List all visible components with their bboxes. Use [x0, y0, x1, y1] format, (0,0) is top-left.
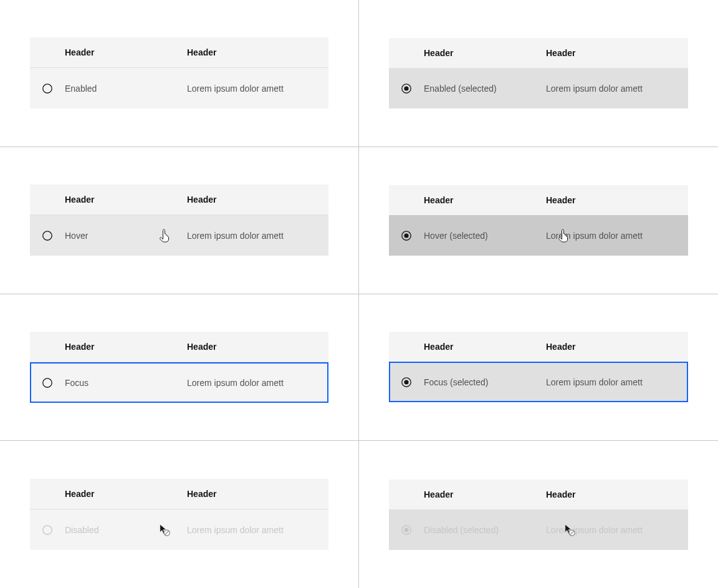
data-table: Header Header Hover Lorem ipsum dolor am… [30, 185, 328, 256]
table-row[interactable]: Enabled Lorem ipsum dolor amett [30, 68, 328, 108]
cell-hover-selected: Header Header Hover (selected) Lorem ips… [359, 147, 718, 294]
table-header: Header Header [30, 185, 328, 215]
table-header: Header Header [30, 332, 328, 362]
radio-icon[interactable] [42, 230, 53, 241]
svg-point-3 [43, 231, 52, 240]
header-col-1: Header [65, 195, 187, 205]
header-col-2: Header [187, 342, 328, 352]
cell-enabled: Header Header Enabled Lorem ipsum dolor … [0, 0, 359, 147]
header-col-2: Header [187, 195, 328, 205]
table-row[interactable]: Focus (selected) Lorem ipsum dolor amett [389, 362, 688, 402]
data-table: Header Header Hover (selected) Lorem ips… [389, 185, 688, 256]
table-row: Disabled (selected) Lorem ipsum dolor am… [389, 509, 688, 550]
data-table: Header Header Enabled Lorem ipsum dolor … [30, 37, 328, 108]
row-state: Disabled [65, 525, 187, 535]
header-col-2: Header [187, 47, 328, 57]
table-row[interactable]: Focus Lorem ipsum dolor amett [30, 362, 328, 403]
row-state: Hover (selected) [424, 231, 546, 241]
header-col-2: Header [546, 48, 688, 58]
data-table: Header Header Focus (selected) Lorem ips… [389, 332, 688, 402]
svg-point-5 [404, 233, 408, 238]
table-header: Header Header [389, 38, 688, 68]
radio-selected-icon[interactable] [401, 377, 412, 388]
data-table: Header Header Focus Lorem ipsum dolor am… [30, 332, 328, 403]
radio-selected-icon[interactable] [401, 230, 412, 241]
header-col-2: Header [546, 342, 688, 352]
header-col-1: Header [65, 489, 187, 499]
cell-focus-selected: Header Header Focus (selected) Lorem ips… [359, 294, 718, 441]
header-col-1: Header [65, 342, 187, 352]
row-state: Enabled (selected) [424, 84, 546, 94]
svg-point-0 [43, 84, 52, 93]
header-col-2: Header [187, 489, 328, 499]
table-row[interactable]: Enabled (selected) Lorem ipsum dolor ame… [389, 68, 688, 108]
radio-disabled-selected-icon [401, 524, 412, 536]
row-state: Hover [65, 231, 187, 241]
radio-selected-icon[interactable] [401, 83, 412, 94]
row-content: Lorem ipsum dolor amett [187, 525, 328, 535]
radio-disabled-icon [42, 524, 53, 536]
svg-point-13 [404, 528, 408, 532]
row-content: Lorem ipsum dolor amett [187, 84, 328, 94]
data-table: Header Header Disabled Lorem ipsum dolor… [30, 479, 328, 550]
cell-disabled-selected: Header Header Disabled (selected) Lorem … [359, 441, 718, 588]
table-row: Disabled Lorem ipsum dolor amett [30, 509, 328, 550]
cell-hover: Header Header Hover Lorem ipsum dolor am… [0, 147, 359, 294]
svg-point-9 [43, 526, 52, 534]
cell-disabled: Header Header Disabled Lorem ipsum dolor… [0, 441, 359, 588]
row-content: Lorem ipsum dolor amett [187, 231, 328, 241]
row-content: Lorem ipsum dolor amett [546, 377, 688, 387]
table-header: Header Header [389, 332, 688, 362]
table-header: Header Header [30, 37, 328, 68]
radio-icon[interactable] [42, 83, 53, 94]
table-header: Header Header [389, 185, 688, 215]
svg-point-6 [43, 378, 52, 387]
row-state: Disabled (selected) [424, 525, 546, 535]
header-col-1: Header [424, 489, 546, 499]
svg-point-8 [404, 380, 408, 385]
header-col-2: Header [546, 489, 688, 499]
cell-focus: Header Header Focus Lorem ipsum dolor am… [0, 294, 359, 441]
header-col-1: Header [424, 195, 546, 205]
table-header: Header Header [30, 479, 328, 509]
row-content: Lorem ipsum dolor amett [546, 231, 688, 241]
row-state: Focus [65, 378, 187, 388]
header-col-1: Header [424, 48, 546, 58]
table-row[interactable]: Hover Lorem ipsum dolor amett [30, 215, 328, 256]
table-row[interactable]: Hover (selected) Lorem ipsum dolor amett [389, 215, 688, 256]
cell-enabled-selected: Header Header Enabled (selected) Lorem i… [359, 0, 718, 147]
row-content: Lorem ipsum dolor amett [546, 84, 688, 94]
header-col-2: Header [546, 195, 688, 205]
header-col-1: Header [424, 342, 546, 352]
header-col-1: Header [65, 47, 187, 57]
row-state: Focus (selected) [424, 377, 546, 387]
row-content: Lorem ipsum dolor amett [187, 378, 328, 388]
table-header: Header Header [389, 480, 688, 509]
svg-point-2 [404, 86, 408, 90]
row-content: Lorem ipsum dolor amett [546, 525, 688, 535]
radio-icon[interactable] [42, 377, 53, 388]
data-table: Header Header Enabled (selected) Lorem i… [389, 38, 688, 108]
row-state: Enabled [65, 84, 187, 94]
data-table: Header Header Disabled (selected) Lorem … [389, 480, 688, 550]
